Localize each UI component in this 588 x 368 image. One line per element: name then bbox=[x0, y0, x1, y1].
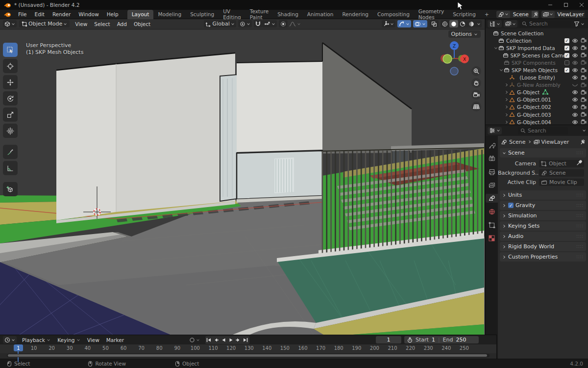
outliner-row[interactable]: SKP Mesh Objects✓ bbox=[486, 66, 588, 74]
maximize-button[interactable] bbox=[560, 0, 572, 10]
outliner-row[interactable]: G-Object bbox=[486, 89, 588, 96]
skip-end-button[interactable] bbox=[242, 336, 249, 344]
outliner-row[interactable]: G-Object.004 bbox=[486, 118, 588, 126]
hide-eye-icon[interactable] bbox=[572, 68, 578, 73]
pivot-dropdown[interactable] bbox=[238, 20, 252, 27]
orientation-dropdown[interactable]: Global bbox=[204, 20, 236, 27]
outliner-row[interactable]: G-New Assembly bbox=[486, 81, 588, 89]
panel-audio[interactable]: Audio:::: bbox=[500, 232, 586, 241]
timeline-menu-keying[interactable]: Keying bbox=[54, 337, 84, 343]
3d-viewport[interactable]: Object Mode ViewSelectAddObject Global bbox=[0, 19, 485, 335]
playhead[interactable]: 1 bbox=[14, 344, 23, 351]
pan-hand-button[interactable] bbox=[471, 78, 481, 88]
outliner-display-mode[interactable] bbox=[504, 20, 517, 27]
play-button[interactable] bbox=[227, 336, 235, 344]
shading-material[interactable] bbox=[458, 20, 467, 27]
disable-render-icon[interactable] bbox=[581, 119, 587, 125]
tool-addcube-button[interactable] bbox=[3, 182, 18, 196]
panel-units[interactable]: Units:::: bbox=[500, 190, 586, 200]
auto-keying-toggle[interactable] bbox=[188, 336, 201, 343]
workspace-tab-texture-paint[interactable]: Texture Paint bbox=[245, 10, 273, 19]
snap-toggle[interactable] bbox=[254, 20, 262, 27]
workspace-tab-shading[interactable]: Shading bbox=[273, 10, 303, 19]
collapse-icon[interactable] bbox=[504, 120, 509, 124]
falloff-dropdown[interactable] bbox=[288, 20, 302, 27]
viewport-menu-view[interactable]: View bbox=[72, 21, 91, 27]
minimize-button[interactable] bbox=[544, 0, 557, 10]
pin-id-button[interactable] bbox=[580, 139, 585, 145]
timeline-menu-marker[interactable]: Marker bbox=[103, 337, 127, 343]
scene-render[interactable] bbox=[0, 30, 485, 335]
viewport-menu-object[interactable]: Object bbox=[130, 21, 154, 27]
properties-search[interactable]: Search bbox=[518, 127, 568, 134]
disable-render-icon[interactable] bbox=[581, 97, 587, 103]
hide-eye-icon[interactable] bbox=[572, 90, 578, 95]
hide-eye-icon[interactable] bbox=[572, 112, 578, 117]
close-button[interactable] bbox=[575, 0, 588, 10]
hide-eye-icon[interactable] bbox=[572, 97, 578, 102]
shading-rendered[interactable] bbox=[467, 20, 476, 27]
workspace-tab-modeling[interactable]: Modeling bbox=[153, 10, 186, 19]
menu-help[interactable]: Help bbox=[103, 10, 122, 19]
timeline-scrollbar[interactable] bbox=[7, 354, 490, 357]
disable-render-icon[interactable] bbox=[581, 112, 587, 117]
tab-object-button[interactable] bbox=[486, 220, 498, 229]
mode-dropdown[interactable]: Object Mode bbox=[19, 20, 70, 27]
workspace-tab-+[interactable]: + bbox=[480, 10, 493, 19]
disable-render-icon[interactable] bbox=[581, 45, 587, 51]
properties-options[interactable] bbox=[582, 129, 586, 132]
tool-select-button[interactable] bbox=[3, 43, 18, 57]
scene-panel-header[interactable]: Scene :::: bbox=[500, 148, 586, 158]
zoom-in-button[interactable] bbox=[471, 66, 481, 76]
exclude-checkbox[interactable]: ✓ bbox=[564, 53, 569, 58]
hide-eye-icon[interactable] bbox=[572, 53, 578, 58]
menu-file[interactable]: File bbox=[14, 10, 31, 19]
outliner-row[interactable]: SKP Scenes (as Camer✓ bbox=[486, 52, 588, 59]
tool-rotate-button[interactable] bbox=[3, 91, 18, 105]
collapse-icon[interactable] bbox=[504, 90, 509, 94]
outliner-row[interactable]: Scene Collection bbox=[486, 29, 588, 37]
viewlayer-selector[interactable]: ViewLayer bbox=[541, 11, 586, 18]
menu-render[interactable]: Render bbox=[49, 10, 74, 19]
disable-render-icon[interactable] bbox=[581, 82, 587, 88]
tool-cursor-button[interactable] bbox=[3, 59, 18, 73]
key-prev-button[interactable] bbox=[213, 336, 220, 344]
viewport-menu-select[interactable]: Select bbox=[91, 21, 113, 27]
workspace-tab-compositing[interactable]: Compositing bbox=[373, 10, 414, 19]
tool-annotate-button[interactable] bbox=[3, 145, 18, 159]
disable-render-icon[interactable] bbox=[581, 105, 587, 110]
expand-icon[interactable] bbox=[493, 46, 498, 50]
disable-render-icon[interactable] bbox=[581, 68, 587, 73]
shading-wireframe[interactable] bbox=[441, 20, 449, 27]
panel-keying-sets[interactable]: Keying Sets:::: bbox=[500, 221, 586, 231]
disable-render-icon[interactable] bbox=[581, 60, 587, 65]
tab-texture-button[interactable] bbox=[486, 234, 498, 242]
options-button[interactable]: Options bbox=[448, 30, 481, 38]
outliner-row[interactable]: SKP Components bbox=[486, 59, 588, 66]
panel-simulation[interactable]: Simulation:::: bbox=[500, 211, 586, 220]
tab-world-button[interactable] bbox=[486, 207, 498, 216]
breadcrumb-viewlayer[interactable]: ViewLayer bbox=[541, 139, 569, 145]
tab-scene-button[interactable] bbox=[486, 194, 498, 203]
outliner-filter[interactable] bbox=[572, 20, 586, 27]
menu-edit[interactable]: Edit bbox=[31, 10, 49, 19]
show-gizmo-toggle[interactable] bbox=[397, 20, 411, 27]
outliner-row[interactable]: G-Object.003 bbox=[486, 111, 588, 118]
tool-measure-button[interactable] bbox=[3, 161, 18, 175]
workspace-tab-rendering[interactable]: Rendering bbox=[338, 10, 373, 19]
show-overlays-toggle[interactable] bbox=[413, 20, 427, 27]
current-frame-field[interactable]: 1 bbox=[376, 336, 401, 343]
outliner-row[interactable]: G-Object.002 bbox=[486, 104, 588, 111]
tool-move-button[interactable] bbox=[3, 75, 18, 89]
gizmos-dropdown[interactable] bbox=[382, 20, 395, 27]
outliner-row[interactable]: _(Loose Entity) bbox=[486, 74, 588, 81]
timeline-menu-playback[interactable]: Playback bbox=[19, 337, 54, 343]
tab-output-button[interactable] bbox=[486, 167, 498, 176]
frame-range-fields[interactable]: Start 1 | End 250 bbox=[404, 336, 479, 343]
exclude-checkbox[interactable]: ✓ bbox=[564, 38, 569, 43]
editor-type-timeline[interactable] bbox=[3, 336, 17, 343]
disable-render-icon[interactable] bbox=[581, 53, 587, 58]
exclude-checkbox[interactable]: ✓ bbox=[564, 46, 569, 51]
scene-name[interactable]: Scene bbox=[510, 11, 532, 17]
skip-start-button[interactable] bbox=[205, 336, 213, 344]
